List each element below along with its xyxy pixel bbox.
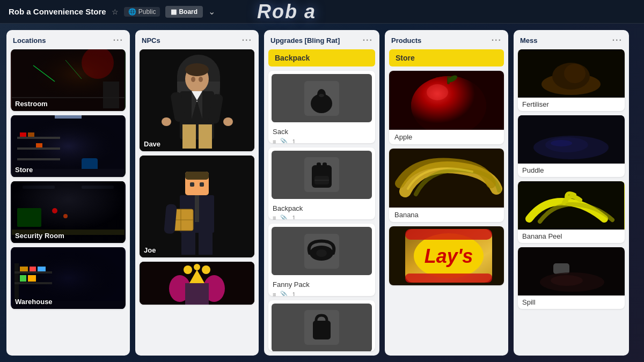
card-warehouse[interactable]: Warehouse — [11, 247, 126, 309]
svg-rect-35 — [20, 275, 26, 282]
column-title-products: Products — [391, 36, 421, 45]
column-menu-products[interactable]: ··· — [492, 35, 502, 45]
card-spill[interactable]: Spill — [518, 247, 625, 309]
card-label-security-room: Security Room — [15, 232, 64, 240]
clip-icon-backpack: 📎 — [280, 215, 288, 220]
card-image-store: Store — [11, 115, 126, 177]
column-header-products: Products ··· — [385, 30, 508, 49]
card-label-restroom: Restroom — [15, 100, 48, 108]
card-banana-peel[interactable]: Banana Peel — [518, 181, 625, 243]
chevron-down-icon[interactable]: ⌄ — [208, 6, 215, 17]
card-label-warehouse: Warehouse — [15, 298, 53, 306]
card-image-backpack — [272, 151, 372, 199]
card-security-room[interactable]: Security Room — [11, 181, 126, 243]
npc-label-joe: Joe — [144, 246, 156, 254]
svg-rect-14 — [36, 143, 42, 147]
column-products: Products ··· Store — [385, 30, 508, 356]
svg-point-53 — [191, 77, 195, 82]
upgrade-item-meta-backpack: ≡ 📎 1 — [268, 213, 375, 220]
card-joe[interactable]: Joe — [140, 156, 254, 257]
card-image-banana-peel — [518, 181, 625, 230]
card-store[interactable]: Store — [11, 115, 126, 177]
svg-rect-57 — [185, 172, 209, 180]
svg-point-71 — [184, 265, 192, 274]
mess-label-banana-peel: Banana Peel — [518, 230, 625, 243]
card-image-lays: Lay's — [389, 226, 504, 285]
header: Rob a Convenience Store ☆ 🌐 Public ▦ Boa… — [0, 0, 644, 24]
card-fanny-pack[interactable]: Fanny Pack ≡ 📎 1 — [268, 224, 375, 296]
upgrade-item-name-fanny-pack: Fanny Pack — [268, 278, 375, 290]
card-npc3[interactable] — [140, 262, 254, 305]
svg-rect-12 — [20, 132, 26, 137]
svg-rect-36 — [28, 275, 36, 282]
column-content-mess: Fertiliser Puddle — [514, 49, 629, 356]
column-content-locations: Restroom — [6, 49, 130, 356]
svg-rect-34 — [38, 267, 46, 271]
svg-point-72 — [202, 265, 210, 274]
card-fertiliser[interactable]: Fertiliser — [518, 49, 625, 111]
column-header-npcs: NPCs ··· — [135, 30, 259, 49]
svg-point-109 — [564, 64, 586, 83]
card-lays[interactable]: Lay's — [389, 226, 504, 285]
card-sack[interactable]: Sack ≡ 📎 1 — [268, 71, 375, 143]
svg-rect-117 — [553, 263, 569, 274]
card-apple[interactable]: Apple — [389, 71, 504, 144]
product-name-apple: Apple — [389, 130, 504, 144]
upgrade-item-name-sack: Sack — [268, 125, 375, 137]
card-puddle[interactable]: Puddle — [518, 115, 625, 177]
svg-point-52 — [223, 117, 233, 126]
card-image-apple — [389, 71, 504, 130]
board-view-button[interactable]: ▦ Board — [165, 6, 203, 18]
svg-rect-62 — [181, 231, 195, 255]
visibility-button[interactable]: 🌐 Public — [124, 7, 160, 17]
card-banana[interactable]: Banana — [389, 149, 504, 222]
column-menu-locations[interactable]: ··· — [113, 35, 123, 45]
board-area: Locations ··· — [0, 24, 644, 362]
npc-label-dave: Dave — [144, 140, 160, 148]
column-mess: Mess ··· Fertiliser — [514, 30, 629, 356]
card-backpack[interactable]: Backpack ≡ 📎 1 — [268, 147, 375, 220]
svg-rect-59 — [200, 182, 204, 187]
svg-point-25 — [63, 214, 68, 218]
clip-icon-sack: 📎 — [280, 138, 288, 143]
section-label-backpack: Backpack — [268, 49, 375, 67]
card-upgrade-4[interactable] — [268, 300, 375, 351]
mess-label-fertiliser: Fertiliser — [518, 98, 625, 111]
column-menu-npcs[interactable]: ··· — [242, 35, 252, 45]
board-icon: ▦ — [171, 8, 177, 16]
svg-rect-61 — [195, 195, 199, 222]
svg-point-81 — [319, 94, 324, 97]
svg-rect-105 — [405, 274, 492, 283]
clip-count-sack: 1 — [292, 138, 295, 143]
svg-point-42 — [185, 63, 209, 76]
column-locations: Locations ··· — [6, 30, 130, 356]
svg-rect-30 — [14, 271, 52, 274]
svg-text:Lay's: Lay's — [425, 245, 473, 267]
column-menu-mess[interactable]: ··· — [612, 35, 623, 45]
star-icon[interactable]: ☆ — [112, 8, 119, 16]
column-content-products: Store — [385, 49, 508, 356]
card-dave[interactable]: Dave — [140, 49, 254, 151]
svg-rect-10 — [17, 147, 60, 150]
card-image-banana — [389, 149, 504, 208]
card-restroom[interactable]: Restroom — [11, 49, 126, 111]
svg-rect-9 — [17, 137, 60, 139]
list-icon-sack: ≡ — [273, 138, 276, 143]
svg-point-73 — [194, 264, 200, 270]
column-title-upgrades: Upgrades [Bling Rat] — [270, 36, 340, 45]
svg-rect-84 — [317, 162, 321, 168]
svg-rect-13 — [28, 132, 34, 137]
card-image-spill — [518, 247, 625, 295]
column-content-npcs: Dave — [135, 49, 259, 356]
header-bg-text: Rob a — [257, 1, 387, 23]
svg-rect-45 — [182, 124, 196, 149]
column-title-locations: Locations — [13, 36, 46, 45]
svg-rect-92 — [313, 321, 331, 339]
svg-rect-76 — [185, 283, 209, 305]
svg-rect-6 — [103, 82, 119, 108]
column-menu-upgrades[interactable]: ··· — [363, 35, 373, 45]
card-image-restroom: Restroom — [11, 49, 126, 111]
svg-point-51 — [162, 117, 171, 126]
column-title-mess: Mess — [520, 36, 538, 45]
card-image-sack — [272, 74, 372, 122]
